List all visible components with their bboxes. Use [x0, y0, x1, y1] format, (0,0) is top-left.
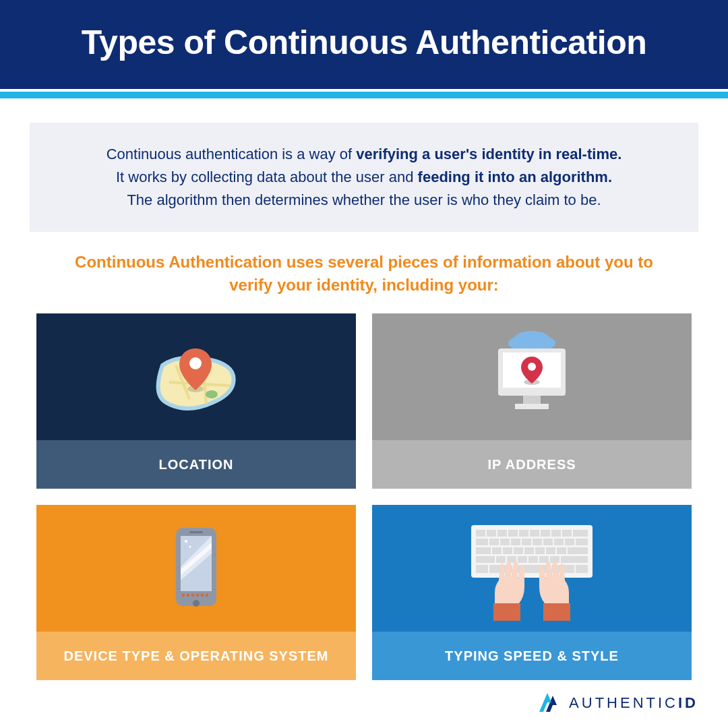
svg-rect-61 — [561, 556, 588, 563]
svg-rect-29 — [519, 530, 528, 537]
svg-rect-55 — [496, 556, 506, 563]
computer-cloud-pin-icon — [475, 328, 589, 425]
svg-point-11 — [528, 363, 536, 371]
svg-rect-63 — [489, 565, 500, 573]
intro-box: Continuous authentication is a way of ve… — [30, 123, 698, 232]
brand-name: AUTHENTICID — [569, 694, 698, 712]
svg-rect-32 — [551, 530, 561, 537]
svg-rect-30 — [530, 530, 539, 537]
card-location-art — [36, 313, 356, 440]
svg-rect-51 — [546, 547, 555, 554]
svg-point-0 — [206, 390, 218, 398]
brand-name-b: ID — [678, 694, 698, 711]
svg-rect-57 — [518, 556, 527, 563]
page-title: Types of Continuous Authentication — [13, 23, 715, 62]
svg-rect-43 — [565, 539, 574, 545]
card-typing-label: TYPING SPEED & STYLE — [372, 632, 692, 680]
card-typing: TYPING SPEED & STYLE — [372, 505, 692, 680]
svg-rect-37 — [500, 539, 510, 545]
svg-point-16 — [193, 600, 200, 607]
card-ip-label: IP ADDRESS — [372, 440, 692, 489]
svg-rect-65 — [514, 565, 550, 573]
brand-name-a: AUTHENTIC — [569, 694, 678, 711]
svg-point-15 — [189, 546, 191, 548]
svg-rect-68 — [576, 565, 588, 573]
intro-line-2a: It works by collecting data about the us… — [116, 169, 418, 185]
svg-point-22 — [201, 594, 204, 597]
svg-rect-47 — [503, 547, 512, 554]
svg-point-19 — [187, 594, 189, 597]
svg-rect-67 — [564, 565, 574, 573]
svg-point-18 — [182, 594, 185, 597]
svg-rect-36 — [489, 539, 499, 545]
smartphone-icon — [139, 520, 253, 617]
svg-rect-48 — [514, 547, 523, 554]
svg-rect-38 — [511, 539, 520, 545]
svg-rect-8 — [523, 396, 541, 404]
svg-rect-54 — [476, 556, 495, 563]
svg-rect-28 — [508, 530, 518, 537]
svg-rect-40 — [533, 539, 542, 545]
svg-rect-25 — [476, 530, 485, 537]
intro-line-3: The algorithm then determines whether th… — [57, 189, 671, 212]
card-grid: LOCATION — [30, 313, 698, 680]
svg-rect-39 — [522, 539, 531, 545]
intro-line-1: Continuous authentication is a way of ve… — [57, 143, 671, 166]
svg-rect-31 — [541, 530, 550, 537]
svg-rect-45 — [476, 547, 491, 554]
map-pin-icon — [139, 328, 253, 425]
svg-rect-58 — [528, 556, 538, 563]
svg-point-14 — [185, 540, 187, 543]
svg-rect-42 — [554, 539, 564, 545]
svg-rect-9 — [515, 404, 549, 409]
svg-point-2 — [189, 357, 202, 369]
card-ip: IP ADDRESS — [372, 313, 692, 489]
svg-rect-70 — [543, 603, 570, 621]
card-device-label: DEVICE TYPE & OPERATING SYSTEM — [36, 632, 356, 680]
card-location: LOCATION — [36, 313, 356, 489]
svg-point-21 — [196, 594, 199, 597]
svg-point-23 — [206, 594, 208, 597]
svg-rect-17 — [189, 531, 203, 533]
svg-rect-53 — [568, 547, 588, 554]
svg-rect-34 — [573, 530, 588, 537]
infographic: Types of Continuous Authentication Conti… — [0, 0, 728, 728]
keyboard-hands-icon — [448, 513, 616, 624]
subheading: Continuous Authentication uses several p… — [67, 251, 661, 296]
svg-rect-50 — [535, 547, 545, 554]
svg-point-4 — [508, 336, 533, 350]
card-device-art — [36, 505, 356, 632]
footer: AUTHENTICID — [0, 681, 728, 728]
svg-rect-49 — [524, 547, 534, 554]
svg-rect-27 — [497, 530, 507, 537]
svg-rect-62 — [476, 565, 488, 573]
svg-rect-33 — [562, 530, 572, 537]
intro-line-2b: feeding it into an algorithm. — [418, 169, 612, 185]
accent-bar — [0, 92, 728, 98]
title-band: Types of Continuous Authentication — [0, 0, 728, 89]
card-typing-art — [372, 505, 692, 632]
svg-point-20 — [191, 594, 194, 597]
svg-rect-69 — [493, 603, 520, 621]
brand-logo-icon — [539, 693, 562, 713]
intro-line-2: It works by collecting data about the us… — [57, 166, 671, 189]
svg-rect-26 — [487, 530, 496, 537]
card-location-label: LOCATION — [36, 440, 356, 489]
intro-line-1b: verifying a user's identity in real-time… — [356, 146, 621, 162]
card-ip-art — [372, 313, 692, 440]
svg-point-5 — [531, 336, 555, 350]
svg-rect-41 — [543, 539, 553, 545]
content-area: Continuous authentication is a way of ve… — [0, 98, 728, 681]
svg-rect-46 — [492, 547, 502, 554]
svg-rect-44 — [576, 539, 588, 545]
svg-rect-35 — [476, 539, 488, 545]
intro-line-1a: Continuous authentication is a way of — [107, 146, 357, 162]
svg-rect-52 — [557, 547, 566, 554]
card-device: DEVICE TYPE & OPERATING SYSTEM — [36, 505, 356, 680]
